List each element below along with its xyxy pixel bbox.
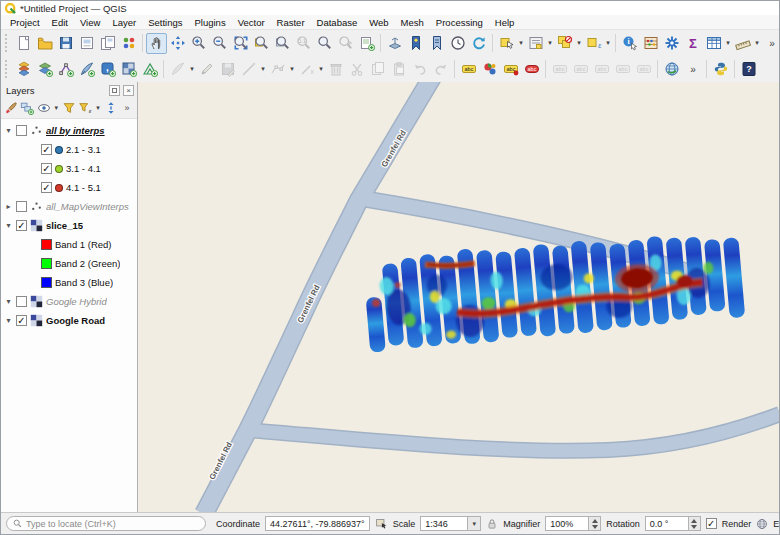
layer-item-band-1-red-[interactable]: Band 1 (Red) xyxy=(1,235,137,254)
select-features-dropdown-icon[interactable]: ▾ xyxy=(517,39,525,47)
vertex-tool-dropdown-icon[interactable]: ▾ xyxy=(288,65,296,73)
zoom-out-icon[interactable] xyxy=(209,33,230,54)
layer-item-google-hybrid[interactable]: ▾Google Hybrid xyxy=(1,292,137,311)
float-panel-button[interactable] xyxy=(109,85,120,96)
toggle-extents-icon[interactable] xyxy=(375,515,388,533)
new-3d-map-view-icon[interactable] xyxy=(384,33,405,54)
close-panel-button[interactable]: × xyxy=(123,85,134,96)
add-delimited-text-layer-icon[interactable]: , xyxy=(97,59,118,80)
python-console-icon[interactable] xyxy=(710,59,731,80)
measure-dropdown-icon[interactable]: ▾ xyxy=(753,39,761,47)
zoom-full-icon[interactable] xyxy=(230,33,251,54)
map-canvas[interactable]: Grenfel Rd Grenfel Rd Grenfel Rd xyxy=(138,82,779,512)
select-features-icon[interactable] xyxy=(496,33,517,54)
menu-settings[interactable]: Settings xyxy=(142,16,188,29)
show-layout-manager-icon[interactable] xyxy=(97,33,118,54)
zoom-to-layer-icon[interactable] xyxy=(272,33,293,54)
layer-labeling-options-icon[interactable]: abc xyxy=(458,59,479,80)
help-contents-icon[interactable]: ? xyxy=(738,59,759,80)
new-print-layout-icon[interactable] xyxy=(76,33,97,54)
data-source-manager-icon[interactable] xyxy=(13,59,34,80)
deselect-features-icon[interactable] xyxy=(554,33,575,54)
current-edits-dropdown-icon[interactable]: ▾ xyxy=(188,65,196,73)
crs-status[interactable]: EPSG:4326 xyxy=(773,519,779,529)
select-features-by-value-dropdown-icon[interactable]: ▾ xyxy=(546,39,554,47)
filter-legend-icon[interactable] xyxy=(61,99,76,117)
style-manager-icon[interactable] xyxy=(118,33,139,54)
layer-checkbox[interactable]: ✓ xyxy=(41,163,52,174)
highlight-pinned-labels-icon[interactable]: abc xyxy=(521,59,542,80)
menu-vector[interactable]: Vector xyxy=(232,16,271,29)
rotation-value[interactable]: 0.0 ° xyxy=(645,516,689,531)
layer-diagram-options-icon[interactable] xyxy=(479,59,500,80)
layer-checkbox[interactable]: ✓ xyxy=(16,220,27,231)
show-spatial-bookmarks-icon[interactable] xyxy=(426,33,447,54)
scale-dropdown-icon[interactable]: ▾ xyxy=(468,516,481,531)
menu-database[interactable]: Database xyxy=(311,16,364,29)
refresh-icon[interactable] xyxy=(468,33,489,54)
open-layer-styling-icon[interactable] xyxy=(3,99,18,117)
rotation-stepper[interactable] xyxy=(689,516,701,531)
expand-collapse-all-icon[interactable] xyxy=(103,99,118,117)
attribute-table-icon[interactable] xyxy=(703,33,724,54)
map-view[interactable]: Grenfel Rd Grenfel Rd Grenfel Rd xyxy=(138,82,779,512)
layer-checkbox[interactable]: ✓ xyxy=(41,144,52,155)
metasearch-icon[interactable] xyxy=(661,59,682,80)
pin-unpin-labels-icon[interactable]: abc xyxy=(500,59,521,80)
layer-item-all-mapviewinterps[interactable]: ▸all_MapViewInterps xyxy=(1,197,137,216)
menu-mesh[interactable]: Mesh xyxy=(395,16,430,29)
layer-item-3-1-4-1[interactable]: ✓3.1 - 4.1 xyxy=(1,159,137,178)
layer-item-band-2-green-[interactable]: Band 2 (Green) xyxy=(1,254,137,273)
new-map-view-icon[interactable] xyxy=(356,33,377,54)
layer-item-google-road[interactable]: ▾✓Google Road xyxy=(1,311,137,330)
scale-combo[interactable]: 1:346 ▾ xyxy=(420,516,481,531)
save-project-icon[interactable] xyxy=(55,33,76,54)
layer-item-all-by-interps[interactable]: ▾all by interps xyxy=(1,121,137,140)
magnifier-stepper[interactable] xyxy=(589,516,601,531)
select-by-expression-icon[interactable]: ε xyxy=(583,33,604,54)
select-features-by-value-icon[interactable] xyxy=(525,33,546,54)
layer-item-band-3-blue-[interactable]: Band 3 (Blue) xyxy=(1,273,137,292)
menu-plugins[interactable]: Plugins xyxy=(188,16,231,29)
toolbar-extension-2-icon[interactable]: » xyxy=(682,59,703,80)
modify-attributes-dropdown-icon[interactable]: ▾ xyxy=(317,65,325,73)
filter-legend-by-expression-dropdown-icon[interactable]: ▾ xyxy=(94,104,102,112)
open-project-icon[interactable] xyxy=(34,33,55,54)
deselect-features-dropdown-icon[interactable]: ▾ xyxy=(575,39,583,47)
expander-icon[interactable]: ▾ xyxy=(4,221,13,230)
expander-icon[interactable]: ▾ xyxy=(4,126,13,135)
layer-item-2-1-3-1[interactable]: ✓2.1 - 3.1 xyxy=(1,140,137,159)
locator-input[interactable]: Type to locate (Ctrl+K) xyxy=(6,516,206,531)
add-mesh-layer-icon[interactable] xyxy=(139,59,160,80)
layer-checkbox[interactable]: ✓ xyxy=(41,182,52,193)
lock-scale-icon[interactable] xyxy=(486,515,498,533)
magnifier-value[interactable]: 100% xyxy=(545,516,589,531)
menu-web[interactable]: Web xyxy=(363,16,394,29)
add-group-icon[interactable] xyxy=(19,99,34,117)
layer-checkbox[interactable] xyxy=(16,201,27,212)
pan-to-selection-icon[interactable] xyxy=(167,33,188,54)
layer-item-4-1-5-1[interactable]: ✓4.1 - 5.1 xyxy=(1,178,137,197)
new-project-icon[interactable] xyxy=(13,33,34,54)
field-calculator-icon[interactable] xyxy=(640,33,661,54)
select-by-expression-dropdown-icon[interactable]: ▾ xyxy=(604,39,612,47)
menu-processing[interactable]: Processing xyxy=(430,16,489,29)
expander-icon[interactable]: ▾ xyxy=(4,316,13,325)
new-spatial-bookmark-icon[interactable] xyxy=(405,33,426,54)
zoom-in-icon[interactable] xyxy=(188,33,209,54)
magnifier-spinbox[interactable]: 100% xyxy=(545,516,601,531)
filter-legend-by-expression-icon[interactable]: ε xyxy=(78,99,93,117)
scale-value[interactable]: 1:346 xyxy=(420,516,468,531)
rotation-spinbox[interactable]: 0.0 ° xyxy=(645,516,701,531)
coordinate-input[interactable]: 44.27611°, -79.886937° xyxy=(265,516,370,531)
menu-raster[interactable]: Raster xyxy=(271,16,311,29)
attribute-table-dropdown-icon[interactable]: ▾ xyxy=(724,39,732,47)
toolbar-extension-icon[interactable]: » xyxy=(761,33,779,54)
identify-features-icon[interactable]: i xyxy=(619,33,640,54)
zoom-last-icon[interactable] xyxy=(314,33,335,54)
add-raster-layer-icon[interactable] xyxy=(118,59,139,80)
manage-map-themes-dropdown-icon[interactable]: ▾ xyxy=(52,104,60,112)
menu-layer[interactable]: Layer xyxy=(106,16,142,29)
temporal-controller-icon[interactable] xyxy=(447,33,468,54)
pan-map-icon[interactable] xyxy=(146,33,167,54)
